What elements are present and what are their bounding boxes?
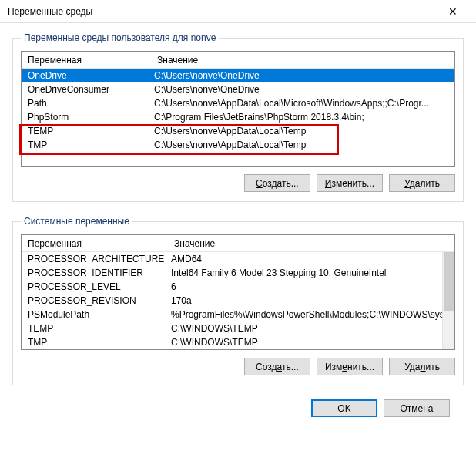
var-name: PROCESSOR_ARCHITECTURE [22, 254, 168, 264]
var-name: TEMP [22, 323, 168, 334]
column-header-value[interactable]: Значение [171, 238, 454, 249]
user-vars-legend: Переменные среды пользователя для nonve [21, 32, 219, 43]
list-header: Переменная Значение [22, 52, 454, 69]
table-row[interactable]: TMPC:\WINDOWS\TEMP [22, 335, 454, 349]
system-vars-group: Системные переменные Переменная Значение… [12, 216, 464, 385]
column-header-value[interactable]: Значение [154, 55, 454, 66]
sys-create-button[interactable]: Создать... [244, 358, 310, 375]
var-name: TEMP [22, 126, 151, 136]
var-name: PROCESSOR_IDENTIFIER [22, 268, 168, 278]
var-name: TMP [22, 337, 168, 348]
scroll-thumb[interactable] [444, 252, 454, 311]
column-header-name[interactable]: Переменная [25, 238, 171, 249]
var-value: C:\WINDOWS\TEMP [168, 323, 454, 334]
sys-delete-button[interactable]: Удалить [389, 358, 455, 375]
var-value: C:\WINDOWS\TEMP [168, 337, 454, 348]
var-name: TMP [22, 140, 151, 150]
user-edit-button[interactable]: Изменить... [317, 174, 383, 192]
var-value: C:\Users\nonve\AppData\Local\Temp [151, 140, 454, 150]
var-value: 6 [168, 281, 454, 292]
table-row[interactable]: TEMPC:\Users\nonve\AppData\Local\Temp [22, 124, 454, 138]
var-name: PSModulePath [22, 309, 168, 320]
table-row[interactable]: PROCESSOR_ARCHITECTUREAMD64 [22, 252, 454, 266]
var-value: C:\Users\nonve\OneDrive [151, 70, 454, 81]
var-value: AMD64 [168, 254, 454, 264]
var-name: PROCESSOR_REVISION [22, 295, 168, 306]
system-vars-legend: Системные переменные [21, 216, 132, 227]
user-create-button[interactable]: Создать... [244, 174, 310, 192]
table-row[interactable]: PROCESSOR_LEVEL6 [22, 280, 454, 294]
table-row[interactable]: PhpStormC:\Program Files\JetBrains\PhpSt… [22, 110, 454, 124]
system-vars-listbox[interactable]: Переменная Значение PROCESSOR_ARCHITECTU… [21, 234, 455, 350]
user-delete-button[interactable]: Удалить [389, 174, 455, 192]
ok-button[interactable]: OK [311, 399, 377, 417]
list-header: Переменная Значение [22, 235, 454, 252]
var-value: %ProgramFiles%\WindowsPowerShell\Modules… [168, 309, 454, 320]
title-bar: Переменные среды ✕ [0, 0, 476, 23]
var-value: 170a [168, 295, 454, 306]
cancel-button[interactable]: Отмена [384, 399, 450, 417]
table-row[interactable]: TEMPC:\WINDOWS\TEMP [22, 321, 454, 335]
var-value: C:\Users\nonve\AppData\Local\Temp [151, 126, 454, 136]
var-value: C:\Users\nonve\AppData\Local\Microsoft\W… [151, 98, 454, 109]
table-row[interactable]: PROCESSOR_IDENTIFIERIntel64 Family 6 Mod… [22, 266, 454, 280]
table-row[interactable]: PSModulePath%ProgramFiles%\WindowsPowerS… [22, 308, 454, 321]
var-name: OneDrive [22, 70, 151, 81]
var-name: Path [22, 98, 151, 109]
table-row[interactable]: OneDriveConsumerC:\Users\nonve\OneDrive [22, 82, 454, 96]
var-value: Intel64 Family 6 Model 23 Stepping 10, G… [168, 268, 454, 278]
var-name: PhpStorm [22, 112, 151, 123]
column-header-name[interactable]: Переменная [25, 55, 154, 66]
dialog-content: Переменные среды пользователя для nonve … [0, 23, 476, 429]
table-row[interactable]: PROCESSOR_REVISION170a [22, 294, 454, 308]
table-row[interactable]: PathC:\Users\nonve\AppData\Local\Microso… [22, 96, 454, 110]
close-icon[interactable]: ✕ [437, 5, 468, 18]
var-name: OneDriveConsumer [22, 84, 151, 95]
var-value: C:\Users\nonve\OneDrive [151, 84, 454, 95]
var-value: C:\Program Files\JetBrains\PhpStorm 2018… [151, 112, 454, 123]
system-buttons-row: Создать... Изменить... Удалить [21, 358, 455, 375]
table-row[interactable]: OneDriveC:\Users\nonve\OneDrive [22, 69, 454, 82]
dialog-buttons: OK Отмена [12, 399, 464, 417]
var-name: PROCESSOR_LEVEL [22, 281, 168, 292]
user-buttons-row: Создать... Изменить... Удалить [21, 174, 455, 192]
user-vars-listbox[interactable]: Переменная Значение OneDriveC:\Users\non… [21, 51, 455, 167]
sys-edit-button[interactable]: Изменить... [317, 358, 383, 375]
user-vars-group: Переменные среды пользователя для nonve … [12, 32, 464, 202]
scrollbar[interactable] [442, 252, 454, 349]
table-row[interactable]: TMPC:\Users\nonve\AppData\Local\Temp [22, 138, 454, 152]
window-title: Переменные среды [8, 6, 437, 17]
